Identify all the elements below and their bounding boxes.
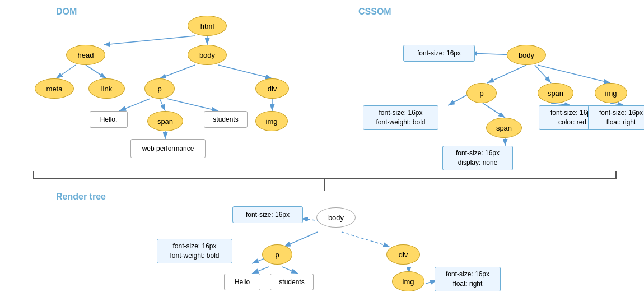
cssom-fontsize-body: font-size: 16px — [403, 45, 475, 62]
svg-line-8 — [119, 99, 150, 111]
svg-line-2 — [104, 36, 195, 45]
cssom-span-inner-css: font-size: 16pxdisplay: none — [442, 146, 513, 170]
dom-body: body — [188, 45, 227, 65]
rt-students-text: students — [270, 274, 314, 290]
svg-line-28 — [282, 267, 298, 274]
dom-webperf-text: web performance — [130, 139, 206, 158]
cssom-img: img — [595, 83, 627, 103]
dom-hello-text: Hello, — [90, 111, 128, 128]
svg-line-5 — [86, 65, 106, 78]
dom-link: link — [88, 78, 125, 99]
svg-line-4 — [56, 65, 76, 78]
rt-div: div — [386, 244, 420, 265]
svg-line-7 — [218, 65, 272, 78]
dom-students-text: students — [204, 111, 248, 128]
rt-img-css: font-size: 16pxfloat: right — [435, 267, 501, 291]
dom-label: DOM — [56, 7, 77, 17]
diagram-container: DOM CSSOM Render tree html head body met… — [0, 0, 644, 301]
dom-head: head — [66, 45, 105, 65]
cssom-p: p — [466, 83, 497, 103]
render-tree-label: Render tree — [56, 192, 106, 202]
cssom-img-css: font-size: 16pxfloat: right — [588, 105, 644, 130]
svg-line-6 — [160, 65, 195, 78]
svg-line-27 — [252, 267, 269, 274]
svg-line-25 — [342, 232, 390, 247]
svg-line-15 — [535, 65, 551, 83]
svg-line-18 — [483, 103, 505, 118]
svg-line-24 — [284, 232, 318, 247]
cssom-p-css: font-size: 16pxfont-weight: bold — [363, 105, 438, 130]
dom-img: img — [255, 111, 288, 131]
rt-hello-text: Hello — [224, 274, 260, 290]
cssom-span-inner: span — [486, 118, 522, 138]
rt-body-css: font-size: 16px — [232, 206, 303, 223]
arrows-svg — [0, 0, 644, 301]
rt-p-css: font-size: 16pxfont-weight: bold — [157, 239, 232, 263]
rt-p: p — [262, 244, 292, 265]
rt-body: body — [316, 207, 356, 228]
cssom-body: body — [507, 45, 546, 65]
svg-line-16 — [538, 65, 610, 83]
svg-line-10 — [167, 99, 218, 111]
svg-line-9 — [160, 99, 165, 111]
cssom-span-body: span — [538, 83, 573, 103]
dom-html: html — [188, 16, 227, 36]
dom-span: span — [147, 111, 183, 131]
dom-meta: meta — [35, 78, 74, 99]
dom-p: p — [144, 78, 175, 99]
cssom-label: CSSOM — [358, 7, 391, 17]
dom-div: div — [255, 78, 289, 99]
svg-line-14 — [487, 65, 526, 83]
rt-img: img — [392, 271, 424, 291]
